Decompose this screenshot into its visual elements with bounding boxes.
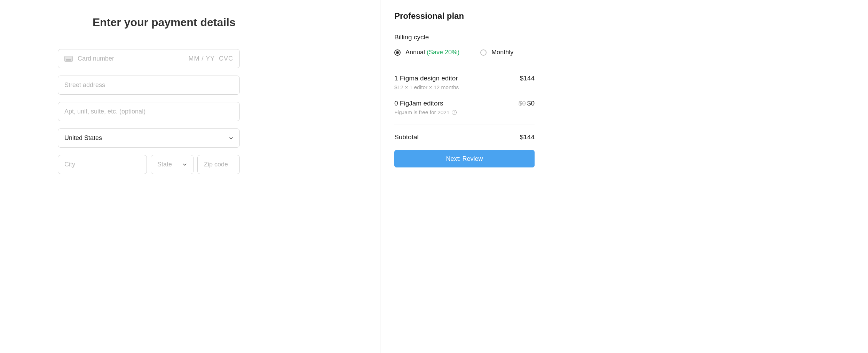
credit-card-icon [64,56,73,62]
line-item-sub: FigJam is free for 2021 [394,109,450,116]
divider [394,66,535,66]
billing-annual-savings: (Save 20%) [427,49,459,56]
payment-form: Card number MM / YY CVC Street address A… [58,49,380,174]
page-title: Enter your payment details [93,16,380,29]
card-expiry-cvc-placeholder: MM / YY CVC [189,55,233,62]
billing-annual-radio[interactable]: Annual (Save 20%) [394,49,459,56]
zip-field[interactable]: Zip code [197,155,240,174]
payment-form-panel: Enter your payment details Card number M… [0,0,380,353]
country-select[interactable]: United States [58,128,240,148]
apt-field[interactable]: Apt, unit, suite, etc. (optional) [58,102,240,121]
plan-title: Professional plan [394,11,535,21]
billing-monthly-radio[interactable]: Monthly [480,49,513,56]
apt-placeholder: Apt, unit, suite, etc. (optional) [64,108,145,115]
chevron-down-icon [183,163,187,167]
state-select[interactable]: State [151,155,194,174]
next-review-button[interactable]: Next: Review [394,150,535,167]
state-placeholder: State [157,161,172,168]
city-field[interactable]: City [58,155,147,174]
billing-annual-label: Annual [405,49,425,56]
line-item-strike-price: $0 [519,100,526,107]
divider [394,125,535,125]
line-item-name: 1 Figma design editor [394,74,458,82]
billing-monthly-label: Monthly [491,49,513,56]
subtotal-row: Subtotal $144 [394,133,535,141]
subtotal-label: Subtotal [394,133,419,141]
radio-selected-icon [394,49,401,56]
line-item-figjam: 0 FigJam editors $0$0 FigJam is free for… [394,100,535,116]
radio-unselected-icon [480,49,487,56]
line-item-figma: 1 Figma design editor $144 $12 × 1 edito… [394,74,535,91]
street-address-placeholder: Street address [64,81,105,89]
line-item-sub: $12 × 1 editor × 12 months [394,84,535,91]
billing-cycle-radios: Annual (Save 20%) Monthly [394,49,535,56]
info-icon[interactable]: i [452,110,457,115]
card-number-placeholder: Card number [78,55,114,62]
card-number-field[interactable]: Card number MM / YY CVC [58,49,240,68]
line-item-price: $144 [520,74,535,82]
subtotal-value: $144 [520,133,535,141]
city-placeholder: City [64,161,75,168]
billing-cycle-label: Billing cycle [394,33,535,41]
line-item-price: $0$0 [519,100,535,107]
street-address-field[interactable]: Street address [58,76,240,95]
line-item-name: 0 FigJam editors [394,100,443,107]
chevron-down-icon [229,136,233,140]
zip-placeholder: Zip code [204,161,228,168]
order-summary-panel: Professional plan Billing cycle Annual (… [380,0,868,353]
country-value: United States [64,134,102,142]
